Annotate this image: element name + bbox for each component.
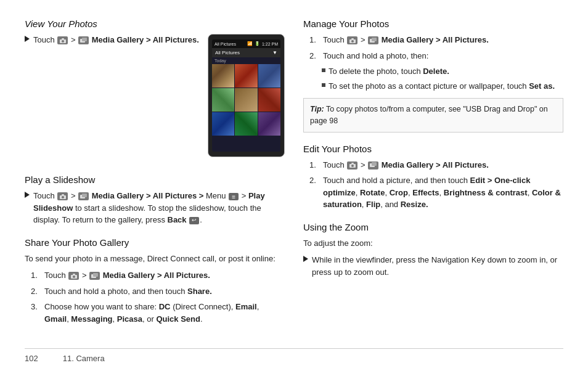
bullet-triangle-3 bbox=[303, 256, 308, 262]
manage-sub-2: To set the photo as a contact picture or… bbox=[316, 80, 563, 92]
phone-filter-icon: ▼ bbox=[272, 50, 277, 55]
page-footer: 102 11. Camera bbox=[25, 348, 563, 363]
camera-icon-2 bbox=[57, 192, 68, 200]
manage-item-2-num: 2. bbox=[309, 50, 319, 62]
media-gallery-icon-2 bbox=[78, 192, 89, 200]
photo-cell-6 bbox=[258, 88, 280, 112]
play-slideshow-text: Touch > Media Gallery > All Pictures > M… bbox=[33, 190, 285, 226]
manage-sub-bullets: To delete the photo, touch Delete. To se… bbox=[303, 65, 563, 92]
view-photos-title: View Your Photos bbox=[25, 18, 285, 29]
share-gallery-intro: To send your photo in a message, Direct … bbox=[25, 253, 285, 265]
edit-item-2: 2. Touch and hold a picture, and then to… bbox=[309, 174, 563, 211]
manage-item-1-num: 1. bbox=[309, 34, 319, 46]
play-slideshow-bullet: Touch > Media Gallery > All Pictures > M… bbox=[25, 190, 285, 226]
back-icon bbox=[189, 217, 199, 224]
media-gallery-icon-4 bbox=[368, 36, 378, 44]
media-gallery-icon-1 bbox=[78, 36, 89, 44]
share-item-3-text: Choose how you want to share: DC (Direct… bbox=[44, 301, 285, 325]
bullet-triangle-1 bbox=[25, 36, 30, 42]
manage-sub-1: To delete the photo, touch Delete. bbox=[316, 65, 563, 78]
play-slideshow-section: Play a Slideshow Touch > Media Gallery >… bbox=[25, 174, 285, 226]
share-item-2-num: 2. bbox=[31, 285, 41, 298]
edit-item-2-num: 2. bbox=[309, 174, 319, 211]
svg-rect-24 bbox=[372, 162, 377, 166]
tip-label: Tip: bbox=[310, 105, 324, 113]
left-column: View Your Photos All Pictures 📶 🔋 1:22 P… bbox=[25, 18, 285, 336]
zoom-bullet: While in the viewfinder, press the Navig… bbox=[303, 254, 563, 278]
camera-icon-3 bbox=[68, 272, 79, 280]
play-slideshow-title: Play a Slideshow bbox=[25, 174, 285, 185]
camera-icon-5 bbox=[347, 161, 357, 169]
edit-photos-list: 1. Touch > Media Gallery > All Pictures.… bbox=[303, 159, 563, 211]
svg-rect-12 bbox=[73, 274, 75, 275]
phone-status-title: All Pictures bbox=[214, 42, 236, 46]
svg-rect-2 bbox=[62, 38, 64, 39]
svg-point-6 bbox=[62, 196, 64, 198]
edit-item-2-text: Touch and hold a picture, and then touch… bbox=[323, 174, 563, 211]
svg-rect-22 bbox=[351, 163, 354, 164]
manage-sub-2-text: To set the photo as a contact picture or… bbox=[329, 80, 555, 92]
svg-rect-19 bbox=[372, 38, 377, 41]
share-gallery-title: Share Your Photo Gallery bbox=[25, 237, 285, 248]
page-chapter: 11. Camera bbox=[63, 354, 105, 363]
share-gallery-list: 1. Touch > Media Gallery > All Pictures.… bbox=[25, 269, 285, 325]
signal-icon: 📶 bbox=[247, 41, 253, 46]
right-column: Manage Your Photos 1. Touch > Media Gall… bbox=[303, 18, 563, 336]
photo-cell-5 bbox=[235, 88, 257, 112]
photo-cell-1 bbox=[212, 64, 234, 88]
svg-rect-17 bbox=[351, 38, 354, 39]
share-item-3: 3. Choose how you want to share: DC (Dir… bbox=[31, 301, 285, 325]
share-item-1-num: 1. bbox=[31, 269, 41, 282]
manage-item-1-text: Touch > Media Gallery > All Pictures. bbox=[323, 34, 489, 46]
tip-box: Tip: To copy photos to/from a computer, … bbox=[303, 98, 563, 133]
camera-icon-1 bbox=[57, 36, 68, 44]
bullet-triangle-2 bbox=[25, 192, 30, 198]
phone-title-label: All Pictures bbox=[215, 50, 240, 55]
svg-rect-9 bbox=[82, 194, 87, 197]
edit-photos-section: Edit Your Photos 1. Touch > Media Galler… bbox=[303, 144, 563, 211]
using-zoom-section: Using the Zoom To adjust the zoom: While… bbox=[303, 222, 563, 279]
svg-rect-4 bbox=[82, 38, 87, 41]
battery-icon: 🔋 bbox=[255, 41, 260, 46]
edit-photos-title: Edit Your Photos bbox=[303, 144, 563, 154]
page-number: 102 bbox=[25, 354, 38, 363]
photo-cell-8 bbox=[235, 112, 257, 136]
zoom-intro: To adjust the zoom: bbox=[303, 237, 563, 250]
media-gallery-icon-5 bbox=[368, 161, 378, 169]
manage-photos-title: Manage Your Photos bbox=[303, 18, 563, 29]
svg-rect-14 bbox=[93, 273, 98, 277]
svg-point-21 bbox=[351, 165, 354, 167]
edit-item-1-num: 1. bbox=[309, 159, 319, 171]
edit-item-1-text: Touch > Media Gallery > All Pictures. bbox=[323, 159, 489, 171]
share-item-3-num: 3. bbox=[31, 301, 41, 325]
square-bullet-2 bbox=[322, 83, 325, 87]
photo-cell-3 bbox=[258, 64, 280, 88]
edit-item-1: 1. Touch > Media Gallery > All Pictures. bbox=[309, 159, 563, 171]
manage-item-1: 1. Touch > Media Gallery > All Pictures. bbox=[309, 34, 563, 46]
tip-text: To copy photos to/from a computer, see "… bbox=[310, 105, 548, 125]
share-item-2: 2. Touch and hold a photo, and then touc… bbox=[31, 285, 285, 298]
photo-cell-4 bbox=[212, 88, 234, 112]
photo-grid bbox=[212, 64, 280, 136]
media-gallery-icon-3 bbox=[89, 272, 100, 280]
share-item-1: 1. Touch > Media Gallery > All Pictures. bbox=[31, 269, 285, 282]
photo-cell-9 bbox=[258, 112, 280, 136]
manage-photos-list: 1. Touch > Media Gallery > All Pictures.… bbox=[303, 34, 563, 62]
share-gallery-section: Share Your Photo Gallery To send your ph… bbox=[25, 237, 285, 325]
share-item-1-text: Touch > Media Gallery > All Pictures. bbox=[44, 269, 210, 282]
using-zoom-title: Using the Zoom bbox=[303, 222, 563, 232]
phone-screenshot: All Pictures 📶 🔋 1:22 PM All Pictures ▼ … bbox=[208, 34, 285, 157]
svg-point-1 bbox=[62, 40, 64, 43]
phone-today-label: Today bbox=[212, 57, 280, 64]
manage-item-2: 2. Touch and hold a photo, then: bbox=[309, 50, 563, 62]
phone-time: 1:22 PM bbox=[262, 42, 278, 46]
view-photos-text: Touch > Media Gallery > All Pictures. bbox=[33, 34, 202, 46]
share-item-2-text: Touch and hold a photo, and then touch S… bbox=[44, 285, 212, 298]
zoom-text: While in the viewfinder, press the Navig… bbox=[312, 254, 563, 278]
photo-cell-2 bbox=[235, 64, 257, 88]
svg-point-11 bbox=[73, 276, 75, 278]
manage-item-2-text: Touch and hold a photo, then: bbox=[323, 50, 428, 62]
svg-rect-7 bbox=[62, 194, 64, 195]
svg-point-16 bbox=[351, 40, 354, 43]
menu-icon bbox=[229, 193, 239, 200]
